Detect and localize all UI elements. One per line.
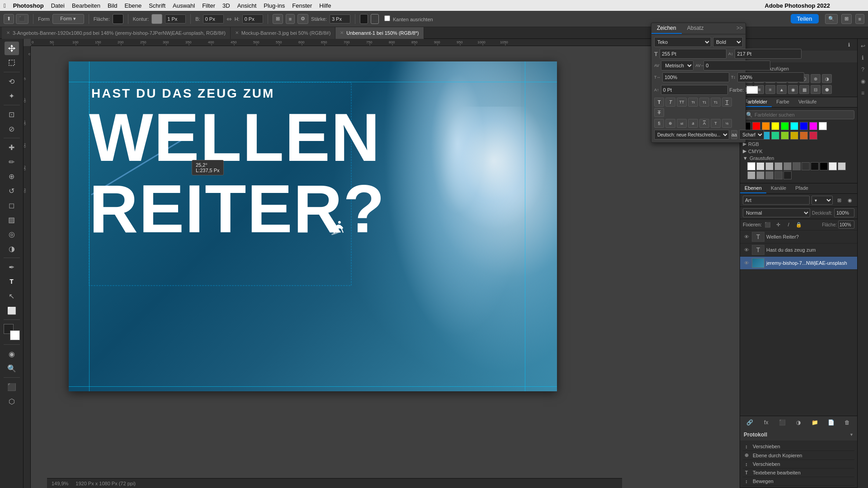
gs-14[interactable]: [765, 171, 774, 179]
proto-item-1[interactable]: ⊕ Ebene durch Kopieren: [743, 451, 854, 460]
scale-h-input[interactable]: [662, 72, 729, 82]
gs-11[interactable]: [838, 162, 846, 170]
swatch-rose[interactable]: [809, 131, 817, 140]
tool-quickmask[interactable]: ◉: [5, 347, 19, 361]
tool-heal[interactable]: ✚: [5, 141, 19, 154]
kerning-select[interactable]: Metrisch: [661, 61, 693, 70]
search-btn[interactable]: 🔍: [825, 14, 838, 24]
kontur-color[interactable]: [151, 14, 162, 24]
tab-close-2[interactable]: ✕: [340, 30, 344, 35]
proto-item-2[interactable]: ↕ Verschieben: [743, 460, 854, 469]
tab-pfade[interactable]: Pfade: [791, 183, 813, 193]
menu-btn[interactable]: ≡: [855, 14, 864, 24]
background-color[interactable]: [10, 330, 20, 340]
typo-sub-btn[interactable]: T1: [711, 98, 721, 107]
settings-btn[interactable]: ⚙: [297, 14, 308, 24]
gs-9[interactable]: [820, 162, 828, 170]
kanten-checkbox[interactable]: [384, 15, 390, 21]
tool-3d[interactable]: ⬡: [5, 394, 19, 408]
menu-datei[interactable]: Datei: [51, 2, 65, 9]
side-layers-icon[interactable]: ≡: [859, 89, 868, 98]
tool-wand[interactable]: ✦: [5, 89, 19, 103]
layer-delete-btn[interactable]: 🗑: [842, 418, 852, 427]
cmyk-group-header[interactable]: ▶ CMYK: [743, 148, 854, 154]
opacity-input[interactable]: [834, 208, 854, 217]
fix-lock-btn[interactable]: 🔒: [794, 221, 803, 229]
tab-absatz[interactable]: Absatz: [682, 23, 709, 34]
tool-crop[interactable]: ⊡: [5, 108, 19, 121]
tool-zoom[interactable]: 🔍: [5, 361, 19, 375]
color-swatch-text[interactable]: [746, 86, 758, 94]
tool-history-brush[interactable]: ↺: [5, 184, 19, 197]
korr-color-balance[interactable]: ⊕: [811, 74, 821, 83]
gs-8[interactable]: [811, 162, 819, 170]
stroke-preview[interactable]: [371, 14, 379, 24]
typo-bold-btn[interactable]: T: [654, 98, 664, 107]
tab-zeichen[interactable]: Zeichen: [651, 23, 682, 34]
menu-fenster[interactable]: Fenster: [292, 2, 312, 9]
h-value-input[interactable]: [242, 14, 263, 23]
side-history-icon[interactable]: ↩: [859, 42, 868, 51]
gs-1[interactable]: [747, 162, 755, 170]
gs-2[interactable]: [756, 162, 764, 170]
language-select[interactable]: Deutsch: neue Rechtschreibu...: [654, 130, 729, 140]
tab-close-1[interactable]: ✕: [235, 30, 239, 35]
korr-selective[interactable]: ◉: [788, 85, 798, 94]
tool-dodge[interactable]: ◑: [5, 242, 19, 255]
tool-eyedropper[interactable]: ⊘: [5, 122, 19, 136]
layer-filter-icon[interactable]: ⊞: [835, 196, 844, 204]
move-tool-btn[interactable]: ⬆: [4, 14, 14, 24]
side-discover-icon[interactable]: ◉: [859, 77, 868, 86]
layer-mask-btn[interactable]: ⬛: [778, 418, 788, 427]
tab-farbe[interactable]: Farbe: [772, 97, 794, 107]
gs-15[interactable]: [774, 171, 783, 179]
layer-item-2[interactable]: 👁 jeremy-bishop-7...NWjEAE-unsplash: [740, 257, 857, 270]
font-family-select[interactable]: Teko: [654, 37, 711, 47]
canvas-document[interactable]: HAST DU DAS ZEUG ZUM WELLEN REITER? 25,2…: [69, 61, 557, 391]
typo-ord-btn[interactable]: st: [677, 119, 687, 128]
swatch-white[interactable]: [819, 122, 827, 130]
tool-path-select[interactable]: ↖: [5, 289, 19, 303]
korr-posterize[interactable]: ≡: [765, 85, 775, 94]
gs-10[interactable]: [829, 162, 837, 170]
tool-eraser[interactable]: ◻: [5, 198, 19, 212]
farbfelder-search-input[interactable]: [755, 112, 851, 117]
tool-text[interactable]: T: [5, 275, 19, 288]
zeichen-panel-more[interactable]: >>: [734, 23, 745, 34]
tool-gradient[interactable]: ▨: [5, 213, 19, 226]
gs-3[interactable]: [765, 162, 774, 170]
tab-kanaele[interactable]: Kanäle: [766, 183, 791, 193]
flaeche-input[interactable]: [838, 221, 854, 229]
swatch-teal2[interactable]: [771, 131, 779, 140]
font-size-input[interactable]: [660, 49, 726, 59]
layer-link-btn[interactable]: 🔗: [745, 418, 755, 427]
layer-new-btn[interactable]: 📄: [826, 418, 836, 427]
tool-stamp[interactable]: ⊕: [5, 169, 19, 183]
menu-hilfe[interactable]: Hilfe: [319, 2, 331, 9]
layers-search-input[interactable]: [743, 196, 810, 205]
layer-group-btn[interactable]: 📁: [810, 418, 820, 427]
protokoll-header[interactable]: Protokoll ▼: [740, 429, 857, 441]
tool-pen[interactable]: ✒: [5, 260, 19, 274]
tab-2[interactable]: ✕ Unbenannt-1 bei 150% (RGB/8*): [335, 27, 424, 39]
panel-info-icon[interactable]: ℹ: [844, 41, 854, 49]
gs-16[interactable]: [783, 171, 792, 179]
menu-plugins[interactable]: Plug-ins: [264, 2, 285, 9]
gs-4[interactable]: [774, 162, 783, 170]
baseline-input[interactable]: [661, 85, 728, 95]
swatch-cyan[interactable]: [790, 122, 798, 130]
menu-filter[interactable]: Filter: [202, 2, 215, 9]
tab-0[interactable]: ✕ 3-Angebots-Banner-868x488.psd bei 14…: [2, 27, 231, 39]
typo-fi-btn[interactable]: fi: [654, 119, 664, 128]
swatch-red[interactable]: [752, 122, 760, 130]
proto-item-0[interactable]: ↕ Verschieben: [743, 442, 854, 451]
align-btn[interactable]: ⊞: [273, 14, 283, 24]
korr-gradient-map[interactable]: ▦: [799, 85, 809, 94]
font-style-select[interactable]: Bold: [713, 37, 743, 47]
fix-position-btn[interactable]: ⬛: [763, 221, 772, 229]
tool-blur[interactable]: ◎: [5, 227, 19, 241]
distribute-btn[interactable]: ≡: [286, 14, 295, 24]
flaeche-color[interactable]: [113, 14, 123, 24]
canvas-area[interactable]: 0 50 100 150 200 250 300 350 400: [24, 39, 740, 488]
swatch-yellow[interactable]: [771, 122, 779, 130]
